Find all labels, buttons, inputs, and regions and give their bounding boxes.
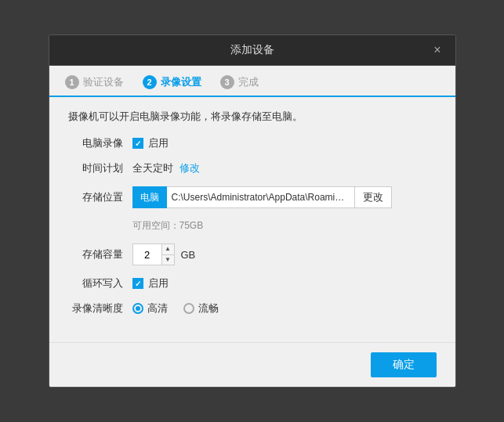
storage-row: 存储位置 电脑 更改 (68, 186, 437, 208)
dialog-body: 1 验证设备 2 录像设置 3 完成 摄像机可以开启电脑录像功能，将录像存储至电… (49, 66, 455, 387)
available-space-row: 可用空间：75GB (68, 219, 437, 233)
storage-path-input[interactable] (167, 186, 355, 208)
step-2[interactable]: 2 录像设置 (143, 75, 201, 96)
step-1[interactable]: 1 验证设备 (65, 75, 124, 96)
capacity-up-button[interactable]: ▲ (162, 244, 174, 255)
loop-enable-label: 启用 (148, 276, 169, 290)
storage-label: 存储位置 (68, 190, 123, 204)
loop-label: 循环写入 (68, 276, 123, 290)
dialog-footer: 确定 (49, 342, 455, 387)
step-1-num: 1 (65, 75, 79, 89)
capacity-unit: GB (181, 249, 196, 261)
description-text: 摄像机可以开启电脑录像功能，将录像存储至电脑。 (68, 110, 437, 124)
capacity-input-wrap: ▲ ▼ (132, 243, 175, 265)
content-area: 摄像机可以开启电脑录像功能，将录像存储至电脑。 电脑录像 启用 时间计划 全天定… (49, 97, 455, 342)
step-3[interactable]: 3 完成 (220, 75, 259, 96)
capacity-down-button[interactable]: ▼ (162, 255, 174, 265)
loop-checkbox[interactable] (132, 278, 143, 289)
quality-options: 高清 流畅 (132, 301, 219, 316)
quality-row: 录像清晰度 高清 流畅 (68, 301, 437, 316)
title-bar: 添加设备 × (49, 35, 455, 66)
step-1-label: 验证设备 (83, 75, 124, 89)
steps-bar: 1 验证设备 2 录像设置 3 完成 (49, 66, 455, 97)
schedule-row: 时间计划 全天定时 修改 (68, 161, 437, 175)
quality-smooth-label: 流畅 (198, 301, 219, 316)
step-2-num: 2 (143, 75, 157, 89)
quality-hd-option[interactable]: 高清 (132, 301, 168, 316)
capacity-label: 存储容量 (68, 247, 123, 261)
step-2-label: 录像设置 (161, 75, 201, 89)
loop-value: 启用 (132, 276, 169, 290)
dialog-title: 添加设备 (230, 43, 274, 57)
quality-hd-radio[interactable] (132, 303, 143, 314)
pc-record-value: 启用 (132, 136, 169, 150)
quality-hd-label: 高清 (147, 301, 168, 316)
confirm-button[interactable]: 确定 (371, 352, 437, 377)
capacity-row: 存储容量 ▲ ▼ GB (68, 243, 437, 265)
space-label-spacer (68, 219, 123, 233)
pc-record-enable-label: 启用 (148, 136, 169, 150)
quality-smooth-radio[interactable] (183, 303, 194, 314)
loop-row: 循环写入 启用 (68, 276, 437, 290)
capacity-arrows: ▲ ▼ (161, 244, 174, 265)
schedule-value-area: 全天定时 修改 (132, 161, 200, 175)
capacity-input[interactable] (133, 244, 161, 265)
schedule-value: 全天定时 (132, 161, 173, 175)
close-button[interactable]: × (429, 42, 445, 58)
available-space-label: 可用空间： (132, 220, 179, 231)
storage-type-button[interactable]: 电脑 (132, 186, 167, 208)
pc-record-row: 电脑录像 启用 (68, 136, 437, 150)
storage-path-area: 电脑 更改 (132, 186, 437, 208)
storage-change-button[interactable]: 更改 (355, 186, 392, 208)
quality-label: 录像清晰度 (68, 301, 123, 316)
schedule-modify-button[interactable]: 修改 (179, 161, 200, 175)
pc-record-label: 电脑录像 (68, 136, 123, 150)
step-3-label: 完成 (238, 75, 259, 89)
quality-smooth-option[interactable]: 流畅 (183, 301, 219, 316)
schedule-label: 时间计划 (68, 161, 123, 175)
available-space-value: 75GB (179, 220, 204, 231)
add-device-dialog: 添加设备 × 1 验证设备 2 录像设置 3 完成 摄像机可以开启电脑录像功能，… (49, 34, 456, 388)
capacity-value-area: ▲ ▼ GB (132, 243, 196, 265)
available-space-note: 可用空间：75GB (132, 219, 204, 233)
step-3-num: 3 (220, 75, 234, 89)
pc-record-checkbox[interactable] (132, 138, 143, 149)
